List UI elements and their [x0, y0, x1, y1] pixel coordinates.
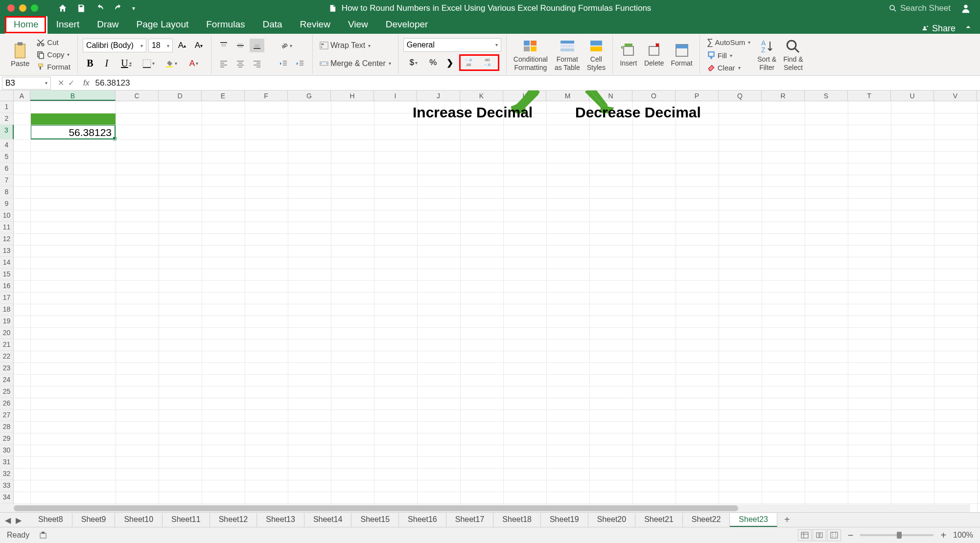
fill-color-button[interactable]: ▾	[161, 57, 182, 70]
tab-insert[interactable]: Insert	[47, 16, 89, 34]
sheet-tab-sheet10[interactable]: Sheet10	[115, 513, 163, 527]
format-painter-button[interactable]: Format	[34, 62, 72, 72]
cut-button[interactable]: Cut	[34, 37, 72, 48]
share-button[interactable]: Share	[920, 23, 956, 34]
macro-record-icon[interactable]	[39, 530, 49, 540]
row-header-11[interactable]: 11	[0, 222, 14, 233]
tab-developer[interactable]: Developer	[377, 16, 437, 34]
row-header-8[interactable]: 8	[0, 186, 14, 198]
cells-area[interactable]: 56.38123	[14, 101, 980, 539]
zoom-slider[interactable]	[860, 534, 933, 536]
sheet-next-button[interactable]: ▶	[16, 516, 24, 524]
column-header-C[interactable]: C	[116, 90, 159, 101]
row-header-34[interactable]: 34	[0, 492, 14, 503]
column-header-G[interactable]: G	[288, 90, 331, 101]
delete-cell-button[interactable]: Delete	[642, 42, 666, 68]
sheet-tab-sheet8[interactable]: Sheet8	[29, 513, 72, 527]
column-header-E[interactable]: E	[202, 90, 245, 101]
zoom-level-label[interactable]: 100%	[953, 531, 973, 540]
currency-button[interactable]: $▾	[403, 56, 424, 69]
row-header-12[interactable]: 12	[0, 233, 14, 245]
sheet-tab-sheet15[interactable]: Sheet15	[351, 513, 399, 527]
orientation-button[interactable]: ab▾	[276, 39, 297, 52]
decrease-decimal-button[interactable]: .00→.0	[479, 56, 498, 69]
cell-b3-selected[interactable]: 56.38123	[30, 125, 116, 139]
row-header-2[interactable]: 2	[0, 113, 14, 125]
row-header-28[interactable]: 28	[0, 421, 14, 433]
row-header-24[interactable]: 24	[0, 374, 14, 386]
sheet-tab-sheet18[interactable]: Sheet18	[493, 513, 541, 527]
column-header-H[interactable]: H	[331, 90, 374, 101]
italic-button[interactable]: I	[99, 57, 114, 70]
comma-style-button[interactable]: ❯	[443, 56, 457, 69]
column-header-U[interactable]: U	[891, 90, 934, 101]
maximize-window-button[interactable]	[31, 4, 38, 12]
autosum-button[interactable]: ∑AutoSum▾	[705, 36, 753, 48]
column-header-I[interactable]: I	[374, 90, 417, 101]
tab-review[interactable]: Review	[291, 16, 339, 34]
clear-button[interactable]: Clear▾	[705, 62, 753, 73]
column-header-K[interactable]: K	[460, 90, 503, 101]
merge-center-button[interactable]: Merge & Center▾	[318, 58, 393, 69]
align-middle-button[interactable]	[233, 39, 248, 52]
border-button[interactable]: ▾	[139, 57, 159, 70]
copy-button[interactable]: Copy▾	[34, 49, 72, 60]
tab-formulas[interactable]: Formulas	[197, 16, 254, 34]
row-header-7[interactable]: 7	[0, 175, 14, 186]
row-header-15[interactable]: 15	[0, 269, 14, 280]
name-box[interactable]: B3▾	[2, 77, 51, 90]
cell-styles-button[interactable]: Cell Styles	[585, 38, 607, 72]
row-header-25[interactable]: 25	[0, 386, 14, 398]
sheet-tab-sheet13[interactable]: Sheet13	[257, 513, 304, 527]
column-header-Q[interactable]: Q	[719, 90, 762, 101]
tab-data[interactable]: Data	[254, 16, 291, 34]
font-size-select[interactable]: 18▾	[148, 39, 173, 52]
underline-button[interactable]: U▾	[116, 57, 137, 70]
row-header-32[interactable]: 32	[0, 468, 14, 480]
align-right-button[interactable]	[250, 57, 264, 70]
row-header-10[interactable]: 10	[0, 210, 14, 222]
sheet-prev-button[interactable]: ◀	[5, 516, 14, 524]
increase-indent-button[interactable]	[293, 57, 307, 70]
column-header-A[interactable]: A	[14, 90, 30, 101]
sheet-tab-sheet11[interactable]: Sheet11	[163, 513, 210, 527]
increase-decimal-button[interactable]: ←.0.00	[461, 56, 479, 69]
increase-font-size-button[interactable]: A▴	[175, 39, 189, 52]
column-header-S[interactable]: S	[805, 90, 848, 101]
align-top-button[interactable]	[216, 39, 231, 52]
column-header-P[interactable]: P	[676, 90, 719, 101]
zoom-out-button[interactable]: −	[848, 530, 854, 541]
horizontal-scrollbar-thumb[interactable]	[14, 505, 738, 511]
column-header-V[interactable]: V	[934, 90, 977, 101]
add-sheet-button[interactable]: +	[777, 514, 797, 525]
minimize-window-button[interactable]	[19, 4, 26, 12]
sheet-tab-sheet21[interactable]: Sheet21	[635, 513, 683, 527]
column-header-D[interactable]: D	[159, 90, 202, 101]
row-header-4[interactable]: 4	[0, 139, 14, 151]
sheet-tab-sheet12[interactable]: Sheet12	[210, 513, 257, 527]
column-header-O[interactable]: O	[632, 90, 676, 101]
sheet-tab-sheet23[interactable]: Sheet23	[730, 513, 777, 527]
percent-button[interactable]: %	[426, 56, 441, 69]
row-header-6[interactable]: 6	[0, 163, 14, 175]
confirm-formula-icon[interactable]: ✓	[68, 78, 74, 88]
sheet-tab-sheet16[interactable]: Sheet16	[399, 513, 446, 527]
normal-view-button[interactable]	[798, 529, 812, 541]
tab-page-layout[interactable]: Page Layout	[128, 16, 198, 34]
cell-b2[interactable]	[30, 113, 116, 125]
fx-label[interactable]: fx	[79, 79, 93, 88]
zoom-slider-thumb[interactable]	[897, 532, 902, 539]
tab-draw[interactable]: Draw	[88, 16, 127, 34]
row-header-29[interactable]: 29	[0, 433, 14, 445]
formula-input[interactable]: 56.38123	[93, 78, 980, 88]
tab-view[interactable]: View	[339, 16, 377, 34]
decrease-font-size-button[interactable]: A▾	[191, 39, 206, 52]
row-header-30[interactable]: 30	[0, 445, 14, 456]
cancel-formula-icon[interactable]: ✕	[58, 78, 64, 88]
sheet-tab-sheet22[interactable]: Sheet22	[683, 513, 730, 527]
row-header-20[interactable]: 20	[0, 327, 14, 339]
column-header-R[interactable]: R	[762, 90, 805, 101]
qat-dropdown-icon[interactable]: ▾	[132, 5, 135, 12]
redo-icon[interactable]	[114, 3, 123, 13]
select-all-corner[interactable]	[0, 90, 14, 101]
